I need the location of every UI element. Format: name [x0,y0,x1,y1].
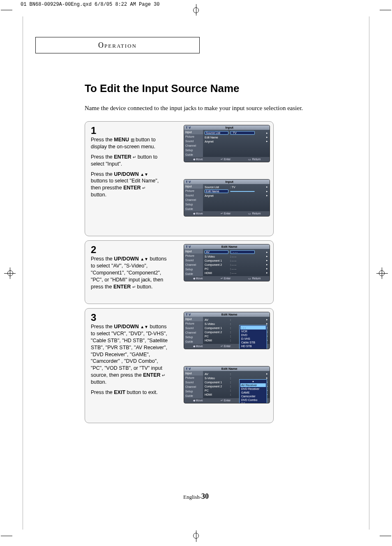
footer-hint: ◆ Move [193,158,203,161]
dropdown-menu: ▲AV ReceiverDVD ReceiverGAMECamcorderDVD… [239,379,267,403]
row-value: : - - - [230,263,255,266]
footer-hint: ◆ Move [193,212,203,215]
step-2: 2 Press the UP/DOWN ▲▼ buttons to select… [85,240,274,304]
step-text: Press the UP/DOWN ▲▼ buttons to select "… [91,323,169,396]
page-number: English-30 [23,492,369,501]
step-3: 3 Press the UP/DOWN ▲▼ buttons to select… [85,308,274,423]
menu-title: Input [225,126,233,129]
crop-mark [380,536,391,536]
menu-title: Edit Name [221,313,238,316]
tv-label: T V [186,126,191,129]
registration-mark-icon [193,7,199,13]
footer-hint: ↵ Enter [221,399,231,402]
crop-mark [1,536,12,536]
row-label: Component 2 [205,331,228,334]
sidebar-item: Setup [184,335,203,339]
row-label: PC [205,389,228,392]
sidebar-item: Setup [184,389,203,394]
sidebar-item: Channel [184,263,203,267]
crop-mark [1,10,12,10]
enter-icon: ↵ [142,186,145,190]
enter-icon: ↵ [132,284,136,289]
dropdown-item: DVD [240,333,266,337]
menu-row: Component 1 : - - - ▸ [205,258,268,263]
dropdown-item: AV Receiver [240,383,266,387]
menu-body: InputPictureSoundChannelSetupGuide Sourc… [184,130,270,157]
menu-screenshot-3: T V Edit Name InputPictureSoundChannelSe… [184,244,270,281]
row-label: Source List [205,131,228,135]
row-value [230,191,255,192]
menu-row: S-Video : - - - ▸ [205,254,268,258]
row-value: : - - - [230,250,255,254]
menu-icon: ▥ [131,138,134,142]
intro-text: Name the device connected to the input j… [85,105,340,112]
menu-titlebar: T V Input [184,180,270,184]
sidebar-item: Channel [184,330,203,335]
row-label: HDMI [205,393,228,396]
row-label: PC [205,267,228,270]
sidebar-item: Picture [184,189,203,193]
menu-row: Anynet ▸ [205,194,268,198]
menu-title: Edit Name [221,245,238,249]
row-label: Component 1 [205,259,228,262]
menu-content: Source List : TV ▸ Edit Name ▸ Anynet ▸ [203,130,270,157]
chevron-right-icon: ▸ [266,318,268,321]
chevron-right-icon: ▸ [266,131,268,135]
footer-hint: ▭ Return [248,277,261,280]
menu-row: Source List : TV ▸ [205,185,268,189]
footer-hint: ↵ Enter [221,345,231,348]
footer-hint: ▭ Return [248,212,261,215]
menu-content: AV : ▸ S-Video : ▸ Component 1 : ▸ Compo… [203,371,270,398]
menu-body: InputPictureSoundChannelSetupGuide AV : … [184,317,270,344]
step-paragraph: Press the MENU ▥ button to display the o… [91,136,161,150]
sidebar-item: Guide [184,207,203,211]
dropdown-item: - - - [240,326,266,329]
row-label: HDMI [205,272,228,274]
chevron-right-icon: ▸ [266,185,268,189]
dropdown-item: DVD Receiver [240,387,266,391]
menu-titlebar: T V Edit Name [184,312,270,317]
page-title: To Edit the Input Source Name [85,82,240,95]
tv-label: T V [186,313,191,316]
sidebar-item: Sound [184,258,203,263]
sidebar-item: Input [184,317,203,321]
chevron-right-icon: ▸ [266,140,268,143]
row-label: Edit Name [205,136,228,139]
tv-label: T V [186,245,191,249]
sidebar-item: Input [184,249,203,253]
menu-screenshot-2: T V Input InputPictureSoundChannelSetupG… [184,179,270,217]
enter-icon: ↵ [162,373,165,378]
dropdown-item: Satellite STB [240,348,266,349]
sidebar-item: Input [184,184,203,189]
step-paragraph: Press the UP/DOWN ▲▼ buttons to select "… [91,323,169,386]
row-label: Component 2 [205,385,228,388]
sidebar-item: Guide [184,394,203,398]
step-paragraph: Press the ENTER ↵ button to select "Inpu… [91,154,161,168]
footer-hint: ◆ Move [193,399,203,402]
page: 01 BN68-00929A-00Eng.qxd 6/8/05 8:22 AM … [0,0,392,546]
menu-row: Edit Name ▸ [205,189,268,194]
sidebar-item: Guide [184,152,203,157]
row-label: Component 1 [205,381,228,384]
row-label: Edit Name [205,189,228,193]
crop-mark [380,10,391,10]
sidebar-item: Picture [184,253,203,258]
sidebar-item: Channel [184,198,203,202]
footer-hint: ↵ Enter [221,212,231,215]
chevron-right-icon: ▸ [266,190,268,193]
step-text: Press the UP/DOWN ▲▼ buttons to select "… [91,255,169,290]
menu-titlebar: T V Input [184,125,270,130]
menu-row: HDMI : - - - ▸ [205,271,268,275]
row-value: : TV [230,186,255,189]
row-label: Source List [205,186,228,189]
footer-hint: ◆ Move [193,277,203,280]
chevron-right-icon: ▸ [266,267,268,270]
step-paragraph: Press the UP/DOWN ▲▼ buttons to select "… [91,171,161,199]
updown-icon: ▲▼ [140,172,148,176]
step-paragraph: Press the EXIT button to exit. [91,389,169,396]
registration-mark-icon [379,270,385,276]
dropdown-item: Cable STB [240,341,266,344]
tv-label: T V [186,367,191,371]
chevron-right-icon: ▸ [266,259,268,262]
menu-row: Anynet ▸ [205,139,268,143]
